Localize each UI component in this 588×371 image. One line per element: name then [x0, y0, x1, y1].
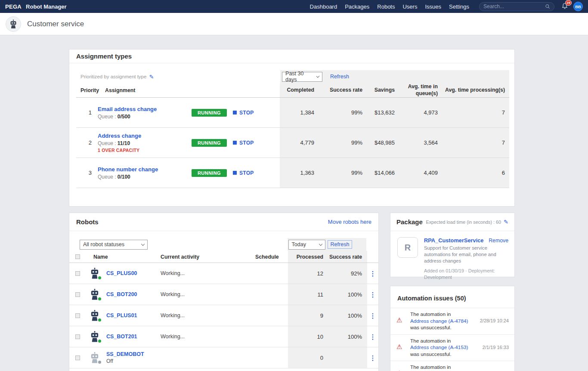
nav-item-issues[interactable]: Issues: [425, 3, 441, 10]
issue-item: ⚠ The automation in Address change (A-41…: [390, 361, 514, 371]
notifications-button[interactable]: 29: [561, 3, 569, 10]
row-checkbox[interactable]: [75, 334, 80, 339]
issue-suffix: was unsuccessful.: [410, 351, 474, 358]
robot-avatar: [88, 330, 101, 343]
date-range-select[interactable]: Past 30 days: [282, 72, 322, 82]
robot-avatar: [88, 288, 101, 301]
issue-prefix: The automation in: [410, 364, 474, 371]
page: PEGA Robot Manager Dashboard Packages Ro…: [0, 0, 588, 371]
completed-value: 1,384: [280, 109, 314, 116]
robot-row: SS_DEMOBOT Off 0 ⋮: [69, 347, 378, 368]
customer-service-avatar: [6, 16, 21, 32]
stop-button[interactable]: STOP: [233, 140, 254, 146]
user-avatar[interactable]: BB: [573, 2, 583, 11]
issue-link[interactable]: Address change (A-4784): [410, 318, 474, 325]
queue-label: Queue :: [98, 174, 116, 180]
stop-button[interactable]: STOP: [233, 110, 254, 116]
completed-value: 1,363: [280, 170, 314, 176]
queue-value: 0/100: [118, 174, 130, 180]
select-all-checkbox[interactable]: [75, 254, 80, 259]
robot-activity: Working...: [161, 270, 247, 276]
robots-refresh-link[interactable]: Refresh: [328, 240, 353, 249]
app-title: Robot Manager: [26, 3, 67, 10]
robot-status-label: Off: [106, 358, 144, 364]
stop-square-icon: [233, 171, 237, 175]
search-box[interactable]: [479, 2, 554, 11]
row-checkbox[interactable]: [75, 313, 80, 318]
refresh-link[interactable]: Refresh: [330, 74, 349, 80]
nav-item-packages[interactable]: Packages: [345, 3, 369, 10]
queue-label: Queue :: [98, 140, 116, 146]
col-completed: Completed: [280, 87, 314, 93]
nav-item-settings[interactable]: Settings: [449, 3, 469, 10]
robot-row: CS_PLUS01 Working... 9 100% ⋮: [69, 305, 378, 326]
edit-priority-icon[interactable]: ✎: [149, 74, 154, 80]
robot-name-link[interactable]: CS_BOT201: [106, 334, 137, 340]
col-success-rate: Success rate: [314, 87, 362, 93]
nav-item-users[interactable]: Users: [402, 3, 417, 10]
issue-timestamp: 2/28/19 10:24: [474, 311, 509, 331]
issue-suffix: was unsuccessful.: [410, 325, 474, 331]
success-rate-value: 99%: [314, 139, 362, 146]
assignment-link[interactable]: Email address change: [98, 106, 157, 112]
robot-name-link[interactable]: SS_DEMOBOT: [106, 351, 144, 357]
processed-value: 11: [288, 291, 328, 298]
nav-item-robots[interactable]: Robots: [377, 3, 395, 10]
robot-activity: Working...: [161, 312, 247, 318]
row-menu-icon[interactable]: ⋮: [370, 334, 376, 340]
col-schedule: Schedule: [247, 254, 288, 260]
avg-queue-value: 4,973: [395, 109, 438, 116]
row-menu-icon[interactable]: ⋮: [370, 291, 376, 298]
row-menu-icon[interactable]: ⋮: [370, 355, 376, 361]
completed-value: 4,779: [280, 139, 314, 146]
date-range-value: Past 30 days: [285, 71, 313, 83]
issue-prefix: The automation in: [410, 338, 474, 345]
package-remove-link[interactable]: Remove: [489, 238, 508, 244]
row-checkbox[interactable]: [75, 271, 80, 276]
robot-name-link[interactable]: CS_PLUS01: [106, 312, 137, 318]
brand-logo[interactable]: PEGA: [5, 3, 22, 10]
col-priority: Priority: [80, 87, 99, 93]
row-checkbox[interactable]: [75, 292, 80, 297]
page-title: Customer service: [27, 20, 84, 28]
stop-square-icon: [233, 141, 237, 145]
over-capacity-warning: 1 OVER CAPACITY: [98, 148, 192, 153]
robot-name-link[interactable]: CS_PLUS00: [106, 270, 137, 276]
notification-count-badge: 29: [565, 0, 572, 6]
queue-value: 0/500: [118, 114, 130, 120]
row-menu-icon[interactable]: ⋮: [370, 270, 376, 277]
robot-avatar: [88, 267, 101, 280]
nav-item-dashboard[interactable]: Dashboard: [310, 3, 337, 10]
issue-link[interactable]: Address change (A-4153): [410, 344, 474, 351]
avg-queue-value: 4,409: [395, 170, 438, 176]
robot-status-filter[interactable]: All robot statuses: [80, 240, 148, 250]
col-activity: Current activity: [161, 254, 247, 260]
processed-value: 9: [288, 312, 328, 319]
row-checkbox[interactable]: [75, 356, 80, 360]
assignment-row: 1 Email address change Queue :0/500 RUNN…: [76, 98, 509, 128]
savings-value: $48,985: [362, 139, 395, 146]
robots-date-range-select[interactable]: Today: [288, 240, 325, 250]
package-name-link[interactable]: RPA_CustomerService: [424, 237, 483, 244]
success-rate-value: 100%: [328, 291, 367, 298]
search-input[interactable]: [483, 3, 545, 9]
robot-name-link[interactable]: CS_BOT200: [106, 291, 137, 297]
edit-load-time-icon[interactable]: ✎: [504, 219, 508, 225]
assignment-link[interactable]: Phone number change: [98, 166, 158, 173]
stop-label: STOP: [239, 140, 254, 146]
prioritized-label: Prioritized by assignment type: [80, 74, 146, 79]
success-rate-value: 99%: [314, 170, 362, 176]
robot-avatar: [88, 309, 101, 322]
chevron-down-icon: [141, 242, 145, 245]
assignment-link[interactable]: Address change: [98, 133, 141, 139]
robot-row: CS_BOT201 Working... 10 100% ⋮: [69, 326, 378, 347]
col-savings: Savings: [362, 87, 395, 93]
priority-number: 2: [80, 139, 92, 146]
stop-square-icon: [233, 111, 237, 114]
row-menu-icon[interactable]: ⋮: [370, 312, 376, 319]
stop-button[interactable]: STOP: [233, 170, 254, 176]
status-dot-on: [97, 318, 102, 322]
move-robots-link[interactable]: Move robots here: [328, 219, 371, 225]
bell-icon: [561, 5, 568, 11]
warning-icon: ⚠: [396, 364, 410, 371]
